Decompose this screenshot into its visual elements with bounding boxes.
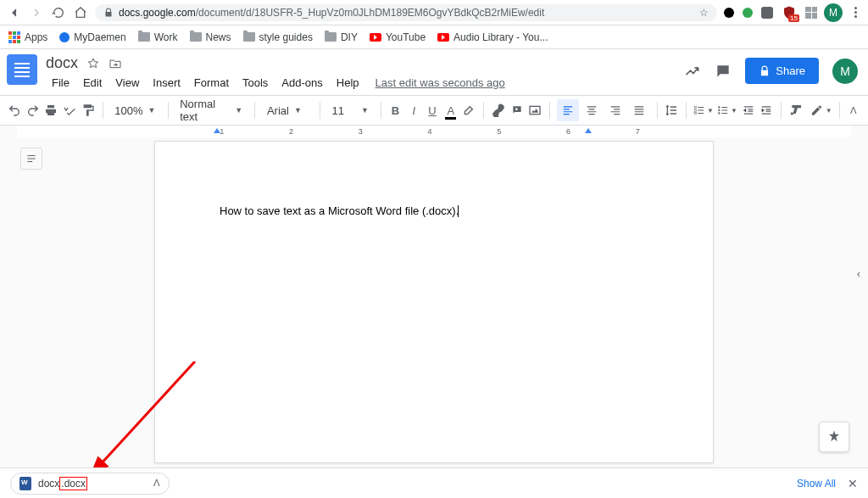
menu-tools[interactable]: Tools [236,74,274,92]
star-icon[interactable]: ☆ [699,7,709,19]
menu-file[interactable]: File [46,74,75,92]
folder-icon [243,32,255,42]
move-button[interactable] [108,57,122,70]
last-edit[interactable]: Last edit was seconds ago [376,76,505,89]
star-button[interactable] [86,57,100,70]
fontsize-select[interactable]: 11▼ [327,104,374,117]
explore-button[interactable] [819,422,849,452]
page[interactable]: How to save text as a Microsoft Word fil… [154,141,714,463]
header-actions: Share M [684,54,858,84]
italic-button[interactable]: I [406,99,421,121]
trend-icon[interactable] [684,63,701,80]
link-button[interactable] [491,99,506,121]
folder-icon [138,32,150,42]
ext-grid[interactable] [805,7,817,19]
comment-button[interactable] [509,99,525,121]
align-justify[interactable] [628,99,650,121]
line-spacing[interactable] [665,99,680,121]
docs-logo[interactable] [7,54,37,85]
download-bar: W docx.docx ᐱ Show All ✕ [0,467,868,498]
text-cursor [458,205,459,217]
redo-button[interactable] [25,99,41,121]
bookmark-label: DIY [341,31,358,43]
bookmark-label: style guides [259,31,313,43]
menu-addons[interactable]: Add-ons [275,74,328,92]
svg-point-4 [718,106,720,108]
ruler[interactable]: 1 2 3 4 5 6 7 [17,126,851,137]
close-download-bar[interactable]: ✕ [848,477,858,490]
account-avatar[interactable]: M [832,59,858,84]
collapse-toolbar[interactable]: ᐱ [846,99,861,121]
menu-edit[interactable]: Edit [77,74,108,92]
paint-format-button[interactable] [81,99,96,121]
print-button[interactable] [43,99,58,121]
bookmark-youtube[interactable]: YouTube [370,31,426,43]
highlight-button[interactable] [462,99,477,121]
apps-icon [8,31,20,43]
font-value: Arial [267,104,289,117]
style-select[interactable]: Normal text▼ [175,98,248,123]
forward-button[interactable] [29,5,44,20]
menu-format[interactable]: Format [188,74,235,92]
bookmark-diy[interactable]: DIY [325,31,358,43]
share-button[interactable]: Share [745,58,819,84]
indent-decrease[interactable] [741,99,756,121]
bookmark-audiolib[interactable]: Audio Library - You... [437,31,548,43]
bold-button[interactable]: B [388,99,403,121]
indent-marker[interactable] [214,128,220,133]
address-bar[interactable]: docs.google.com/document/d/18USFR-5_HupV… [95,4,717,21]
extensions: 15 [724,5,817,20]
bulleted-list[interactable]: ▼ [717,99,737,121]
comments-icon[interactable] [715,63,732,80]
download-chevron[interactable]: ᐱ [153,478,160,489]
font-select[interactable]: Arial▼ [262,104,313,117]
bookmark-styleguides[interactable]: style guides [243,31,313,43]
right-indent-marker[interactable] [585,128,592,133]
bookmark-news[interactable]: News [190,31,231,43]
editing-mode[interactable]: ▼ [810,99,832,121]
bookmark-label: News [206,31,231,43]
ext-square[interactable] [761,7,773,19]
bookmark-work[interactable]: Work [138,31,178,43]
underline-button[interactable]: U [425,99,440,121]
svg-point-6 [718,112,720,114]
bookmark-mydaemen[interactable]: MyDaemen [59,31,125,43]
menu-bar: File Edit View Insert Format Tools Add-o… [46,74,684,92]
browser-menu[interactable] [849,7,861,18]
back-button[interactable] [7,5,22,20]
word-icon: W [19,477,31,490]
ruler-mark: 2 [289,127,293,136]
youtube-icon [437,33,449,42]
checklist[interactable]: ▼ [693,99,714,121]
align-left[interactable] [557,99,579,121]
ext-dot-green[interactable] [743,8,753,18]
show-all-button[interactable]: Show All [797,478,836,490]
textcolor-button[interactable]: A [443,99,459,121]
undo-button[interactable] [7,99,22,121]
profile-avatar[interactable]: M [824,3,843,22]
ruler-mark: 1 [220,127,224,136]
apps-button[interactable]: Apps [8,31,47,43]
image-button[interactable] [528,99,543,121]
menu-insert[interactable]: Insert [147,74,186,92]
menu-view[interactable]: View [109,74,145,92]
ext-dot-black[interactable] [724,8,734,18]
lock-icon [759,65,771,77]
zoom-select[interactable]: 100%▼ [109,104,160,117]
folder-icon [190,32,202,42]
reload-button[interactable] [51,5,66,20]
ext-shield[interactable]: 15 [782,5,797,20]
spellcheck-button[interactable] [62,99,77,121]
indent-increase[interactable] [760,99,775,121]
menu-help[interactable]: Help [331,74,365,92]
clear-format[interactable] [788,99,804,121]
doc-title[interactable]: docx [46,54,78,72]
home-button[interactable] [73,5,88,20]
youtube-icon [370,33,381,42]
fontsize-value: 11 [332,104,344,117]
side-panel-toggle[interactable]: ‹ [851,261,866,285]
folder-icon [325,32,337,42]
align-center[interactable] [581,99,603,121]
align-right[interactable] [604,99,626,121]
download-chip[interactable]: W docx.docx ᐱ [10,473,170,495]
